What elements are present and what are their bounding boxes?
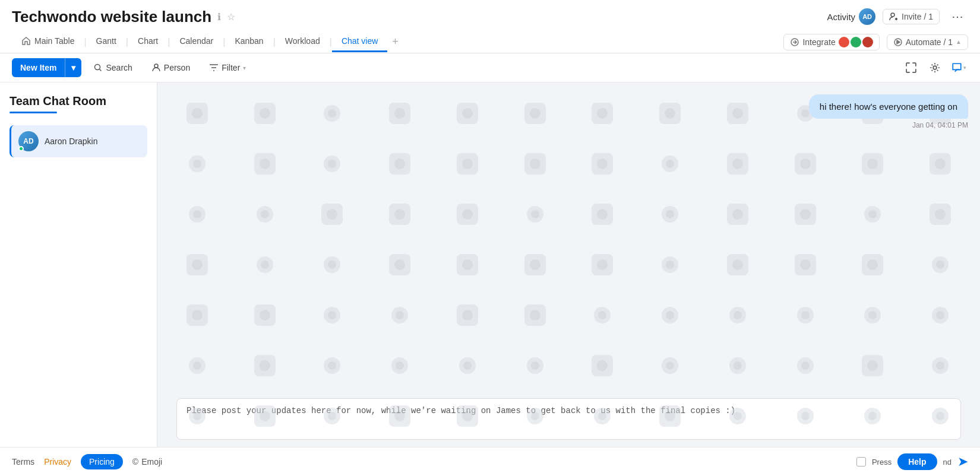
chat-input[interactable]: Please post your updates here for now, w… [176,398,961,440]
sidebar-title: Team Chat Room [10,94,147,108]
chat-messages: hi there! how's everyone getting on Jan … [157,82,980,398]
page-title: Techwondo website launch [12,8,211,26]
title-row: Techwondo website launch ℹ ☆ Activity AD… [12,7,968,26]
sidebar-underline [10,112,57,113]
person-button[interactable]: Person [144,59,197,76]
more-button[interactable]: ⋯ [947,7,968,26]
footer: Terms Privacy Pricing © Emoji Press Help… [0,447,980,476]
footer-right: Press Help nd ➤ [856,453,968,470]
emoji-section: © Emoji [132,457,162,467]
message-outgoing: hi there! how's everyone getting on Jan … [169,94,968,129]
online-dot [18,146,24,151]
tab-gantt[interactable]: Gantt [87,31,126,52]
person-label: Person [164,63,190,72]
new-item-label: New Item [12,58,65,77]
main-content: Team Chat Room AD Aaron Drapkin [0,82,980,447]
filter-chevron: ▾ [243,65,246,71]
automate-button[interactable]: Automate / 1 ▲ [887,34,968,50]
avatar-aaron: AD [18,131,39,151]
new-item-button[interactable]: New Item ▾ [12,58,81,77]
automate-chevron[interactable]: ▲ [956,39,962,45]
tabs-nav: Main Table | Gantt | Chart | Calendar | … [12,31,403,53]
tab-chat-view[interactable]: Chat view [332,31,387,52]
send-button[interactable]: ➤ [957,454,968,469]
invite-label: Invite / 1 [902,12,933,21]
integrate-button[interactable]: Integrate [783,34,879,50]
add-tab-button[interactable]: + [387,31,403,53]
title-left: Techwondo website launch ℹ ☆ [12,8,235,26]
activity-label: Activity [827,12,856,22]
chat-input-wrapper: Please post your updates here for now, w… [157,398,980,447]
message-time: Jan 04, 04:01 PM [912,121,968,129]
message-bubble: hi there! how's everyone getting on [809,94,968,119]
tab-workload[interactable]: Workload [276,31,330,52]
tabs-right: Integrate Automate / 1 ▲ [783,34,968,50]
tab-kanban[interactable]: Kanban [225,31,273,52]
chat-area: hi there! how's everyone getting on Jan … [157,82,980,447]
svg-point-0 [891,13,894,17]
home-icon [21,36,31,46]
person-icon [151,63,161,72]
filter-button[interactable]: Filter ▾ [202,59,253,76]
filter-label: Filter [222,63,240,72]
toolbar-right: ▾ [902,58,968,77]
search-label: Search [106,63,132,72]
sidebar-item-aaron[interactable]: AD Aaron Drapkin [10,125,147,157]
title-right: Activity AD Invite / 1 ⋯ [827,7,968,26]
press-send-label: Press [872,458,892,467]
copyright-icon: © [132,457,138,467]
activity-button[interactable]: Activity AD [827,8,876,25]
integrate-icon [790,37,799,47]
tab-main-table[interactable]: Main Table [12,31,84,52]
star-icon[interactable]: ☆ [227,11,235,23]
send-checkbox[interactable] [856,457,866,467]
user-name-aaron: Aaron Drapkin [45,137,98,146]
search-icon [93,63,103,72]
int-icon-1 [839,37,849,47]
help-button[interactable]: Help [897,453,937,470]
chat-dropdown-arrow: ▾ [963,65,966,71]
tab-calendar[interactable]: Calendar [170,31,223,52]
svg-point-5 [933,66,937,69]
automate-label: Automate / 1 [906,37,953,47]
expand-icon[interactable] [902,58,921,77]
toolbar: New Item ▾ Search Person Filter ▾ ▾ [0,53,980,82]
int-icon-3 [862,37,873,47]
svg-point-4 [154,64,158,68]
sidebar: Team Chat Room AD Aaron Drapkin [0,82,157,447]
integrate-label: Integrate [802,37,835,47]
person-plus-icon [889,12,899,21]
info-icon[interactable]: ℹ [217,11,221,23]
send-suffix: nd [943,458,951,467]
invite-button[interactable]: Invite / 1 [883,9,940,24]
avatar: AD [859,8,875,25]
header: Techwondo website launch ℹ ☆ Activity AD… [0,0,980,53]
chat-icon[interactable]: ▾ [949,58,968,77]
search-button[interactable]: Search [86,59,139,76]
filter-icon [209,63,219,72]
svg-point-3 [95,65,100,70]
terms-link[interactable]: Terms [12,457,34,467]
pricing-link[interactable]: Pricing [81,454,123,469]
settings-icon[interactable] [925,58,944,77]
automate-icon [893,37,903,47]
int-icon-2 [851,37,861,47]
tab-chart[interactable]: Chart [128,31,167,52]
integration-icons [839,37,873,47]
privacy-link[interactable]: Privacy [44,457,71,467]
emoji-label[interactable]: Emoji [141,457,162,467]
new-item-dropdown-arrow[interactable]: ▾ [65,58,81,77]
